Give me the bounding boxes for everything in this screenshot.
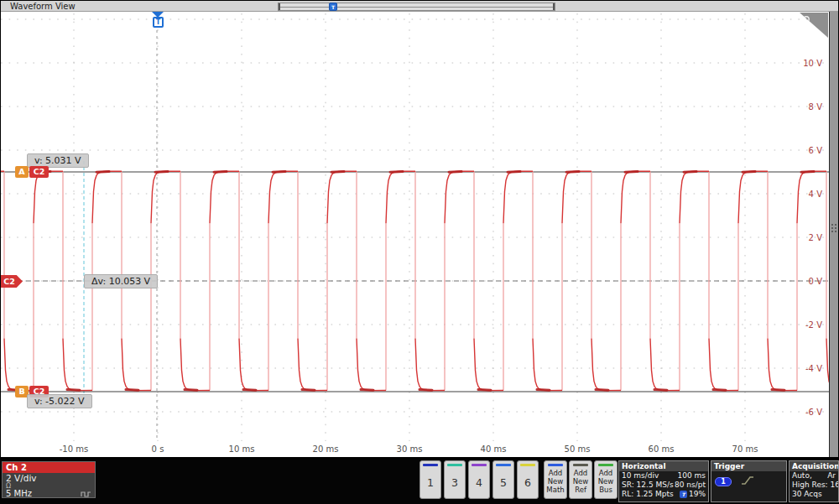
horizontal-window: 100 ms (678, 471, 706, 481)
y-tick-label: -4 V (805, 364, 822, 373)
channel-buttons: 13456 (420, 460, 539, 499)
button-label: 3 (451, 466, 458, 498)
rising-edge-slope-icon (741, 475, 755, 486)
acquisition-panel-title: Acquisition (789, 461, 838, 471)
trigger-panel[interactable]: Trigger 1 (711, 460, 787, 502)
acquisition-mode-clipped: Ar (827, 471, 836, 481)
trigger-source-badge: 1 (715, 477, 732, 486)
channel-button-4[interactable]: 4 (468, 460, 490, 499)
channel-button-1[interactable]: 1 (420, 460, 441, 499)
y-tick-label: 6 V (809, 146, 822, 155)
y-tick-label: -6 V (805, 408, 822, 417)
trigger-position-readout: T19% (680, 490, 706, 499)
pan-track-line (280, 7, 553, 8)
title-bar: Waveform View T (1, 1, 838, 12)
x-axis-labels: -10 ms0 s10 ms20 ms30 ms40 ms50 ms60 ms7… (1, 444, 829, 457)
bottom-settings-bar: Ch 2 2 V/div Ω 5 MHz 13456 Add New MathA… (0, 460, 839, 504)
x-tick-label: -10 ms (60, 444, 88, 454)
channel-2-scale: 2 V/div (3, 473, 95, 483)
button-label: 4 (476, 466, 482, 498)
button-add-new-bus[interactable]: Add New Bus (594, 460, 618, 499)
digital-signal-icon (81, 490, 91, 498)
sample-resolution: 80 ns/pt (675, 481, 706, 490)
x-tick-label: 10 ms (229, 444, 255, 454)
button-label: 5 (500, 466, 507, 498)
button-add-new-ref[interactable]: Add New Ref (569, 460, 592, 499)
x-tick-label: 40 ms (481, 444, 507, 454)
button-label: Add New Bus (595, 466, 617, 498)
y-tick-label: 0 V (809, 277, 822, 286)
button-add-new-math[interactable]: Add New Math (544, 460, 567, 499)
x-tick-label: 60 ms (649, 444, 675, 454)
sample-rate: SR: 12.5 MS/s (622, 481, 674, 490)
y-tick-label: 10 V (803, 59, 822, 68)
window-title: Waveform View (10, 2, 76, 11)
y-tick-label: 2 V (809, 233, 822, 242)
add-new-buttons: Add New MathAdd New RefAdd New Bus (544, 460, 618, 499)
channel-button-6[interactable]: 6 (517, 460, 539, 499)
acquisition-count: 30 Acqs (792, 490, 822, 499)
pan-right-bracket[interactable] (553, 3, 555, 10)
trigger-marker-flag[interactable]: T (153, 17, 164, 28)
button-label: Add New Ref (570, 466, 591, 498)
x-tick-label: 30 ms (397, 444, 423, 454)
button-label: Add New Math (545, 466, 566, 498)
graticule-and-trace (1, 12, 829, 457)
channel-button-5[interactable]: 5 (492, 460, 514, 499)
waveform-plot-area: -10 ms0 s10 ms20 ms30 ms40 ms50 ms60 ms7… (1, 12, 829, 457)
y-tick-label: -2 V (805, 320, 822, 330)
acquisition-mode: Auto, (792, 471, 812, 481)
channel-2-badge-panel[interactable]: Ch 2 2 V/div Ω 5 MHz (2, 461, 96, 498)
button-label: 6 (524, 466, 531, 498)
cursor-b-value-badge[interactable]: v: -5.022 V (27, 394, 92, 408)
horizontal-scale: 10 ms/div (622, 471, 659, 481)
x-tick-label: 70 ms (732, 444, 758, 454)
channel-2-bandwidth: 5 MHz (6, 489, 32, 498)
cursor-delta-value-badge[interactable]: Δv: 10.053 V (84, 274, 158, 288)
x-tick-label: 0 s (152, 444, 164, 454)
scrollbar-grip-icon[interactable] (831, 224, 836, 232)
coupling-icon: Ω (3, 483, 95, 489)
y-tick-label: 4 V (809, 190, 822, 199)
cursor-a-chip[interactable]: A (15, 166, 29, 178)
x-tick-label: 20 ms (313, 444, 339, 454)
minimap-trigger-marker[interactable]: T (329, 3, 337, 11)
acquisition-panel[interactable]: Acquisition Auto, Ar High Res: 16 b 30 A… (789, 460, 839, 502)
trigger-panel-title: Trigger (711, 461, 786, 471)
cursor-a-channel-chip[interactable]: C2 (29, 166, 49, 178)
acquisition-detail: High Res: 16 b (792, 481, 839, 490)
channel-button-3[interactable]: 3 (444, 460, 466, 499)
trigger-position-icon: T (680, 491, 687, 498)
x-tick-label: 50 ms (565, 444, 591, 454)
button-label: 1 (427, 466, 434, 498)
vertical-scrollbar[interactable] (829, 12, 838, 457)
trigger-position-percent: 19% (689, 490, 706, 498)
record-length: RL: 1.25 Mpts (622, 490, 674, 499)
horizontal-panel[interactable]: Horizontal 10 ms/div 100 ms SR: 12.5 MS/… (618, 460, 709, 502)
channel-2-name: Ch 2 (3, 462, 95, 473)
horizontal-panel-title: Horizontal (619, 461, 708, 471)
y-tick-label: 8 V (809, 102, 822, 112)
horizontal-pan-scrollbar[interactable]: T (278, 3, 555, 11)
